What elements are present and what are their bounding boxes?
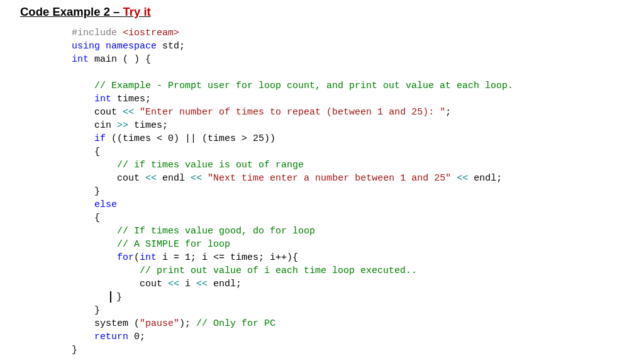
comment-oor: // if times value is out of range <box>117 160 304 170</box>
brace-open-2: { <box>94 213 100 223</box>
sys-1: system ( <box>94 318 140 329</box>
kw-else: else <box>94 199 117 210</box>
kw-int: int <box>72 54 89 65</box>
decl-times: times; <box>111 94 151 104</box>
if-cond: ((times < 0) || (times > 25)) <box>106 133 275 144</box>
comment-print: // print out value of i each time loop e… <box>140 265 417 276</box>
heading-tryit: Try it <box>123 5 150 18</box>
cout-2: cout <box>117 173 145 184</box>
sp2 <box>202 173 208 184</box>
pp-header: <iostream> <box>117 28 179 38</box>
cout-1: cout <box>94 107 123 118</box>
kw-return: return <box>94 332 128 342</box>
op-ll-3: << <box>191 173 202 184</box>
using-std: std; <box>157 41 185 52</box>
brace-close-2: } <box>116 292 122 303</box>
kw-using: using <box>72 41 100 52</box>
kw-if: if <box>94 133 106 144</box>
op-ll-5: << <box>168 279 179 289</box>
comment-pc: // Only for PC <box>196 318 275 329</box>
brace-open-1: { <box>94 147 100 157</box>
comment-good: // If times value good, do for loop <box>117 226 315 237</box>
str-pause: "pause" <box>140 318 179 329</box>
op-ll-1: << <box>123 107 134 118</box>
kw-int-2: int <box>94 94 111 104</box>
document-page: Code Example 2 – Try it #include <iostre… <box>0 0 644 357</box>
heading-prefix: Code Example 2 – <box>20 5 123 18</box>
i-var: i <box>179 279 196 289</box>
op-rr-1: >> <box>117 120 128 131</box>
main-sig: main ( ) { <box>89 54 151 65</box>
text-cursor <box>110 291 111 303</box>
op-ll-2: << <box>145 173 157 184</box>
kw-int-for: int <box>140 252 157 263</box>
str-oor: "Next time enter a number between 1 and … <box>208 173 451 184</box>
kw-for: for <box>117 252 134 263</box>
op-ll-4: << <box>457 173 468 184</box>
endl-2: endl; <box>468 173 502 184</box>
cin-1: cin <box>94 120 117 131</box>
brace-close-main: } <box>72 345 77 355</box>
code-block: #include <iostream> using namespace std;… <box>20 26 644 357</box>
brace-close-1: } <box>94 186 100 197</box>
times-use: times; <box>128 120 168 131</box>
return-val: 0; <box>128 332 145 342</box>
pp-include: #include <box>72 28 117 38</box>
comment-example: // Example - Prompt user for loop count,… <box>94 81 513 91</box>
sp <box>134 107 140 118</box>
op-ll-6: << <box>196 279 208 289</box>
semi-1: ; <box>445 107 451 118</box>
for-open: ( <box>134 252 140 263</box>
brace-close-3: } <box>94 305 100 316</box>
sys-2: ); <box>179 318 196 329</box>
cout-3: cout <box>140 279 168 289</box>
for-rest: i = 1; i <= times; i++){ <box>157 252 298 263</box>
endl-3: endl; <box>208 279 242 289</box>
endl-1: endl <box>157 173 191 184</box>
str-prompt: "Enter number of times to repeat (betwee… <box>140 107 445 118</box>
section-heading: Code Example 2 – Try it <box>20 5 644 19</box>
sp3 <box>451 173 457 184</box>
comment-simple: // A SIMPLE for loop <box>117 239 230 250</box>
kw-namespace: namespace <box>100 41 157 52</box>
